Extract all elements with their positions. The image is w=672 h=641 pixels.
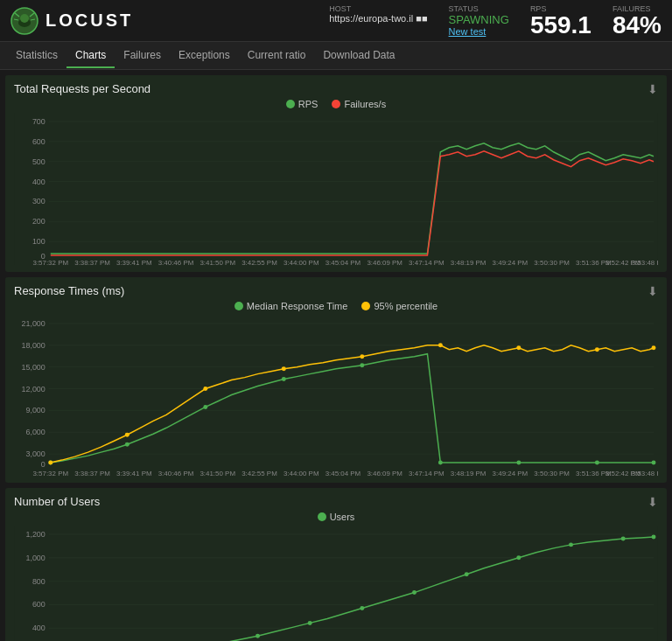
- svg-text:3:38:37 PM: 3:38:37 PM: [74, 470, 110, 476]
- legend-users-dot: [318, 512, 326, 521]
- header-info: HOST https://europa-two.il ■■ STATUS SPA…: [329, 4, 662, 38]
- response-times-legend: Median Response Time 95% percentile: [14, 301, 658, 311]
- svg-point-62: [595, 461, 599, 465]
- svg-point-112: [516, 555, 521, 560]
- svg-text:3:47:14 PM: 3:47:14 PM: [409, 259, 444, 265]
- svg-text:3:57:32 PM: 3:57:32 PM: [32, 259, 68, 265]
- svg-point-115: [652, 534, 656, 539]
- svg-text:3:40:46 PM: 3:40:46 PM: [158, 470, 194, 476]
- svg-text:1,200: 1,200: [25, 530, 45, 539]
- svg-point-72: [652, 345, 656, 350]
- svg-text:200: 200: [32, 217, 46, 226]
- total-requests-chart-area: 700 600 500 400 300 200 100 0 3:57:32 PM…: [14, 113, 658, 265]
- svg-point-67: [282, 366, 286, 371]
- failures-value: 84%: [612, 13, 662, 38]
- svg-point-63: [652, 461, 656, 465]
- total-requests-legend: RPS Failures/s: [14, 99, 658, 109]
- legend-95pct-label: 95% percentile: [374, 301, 438, 311]
- svg-text:100: 100: [32, 237, 46, 246]
- svg-text:500: 500: [32, 157, 46, 166]
- svg-text:3:48:19 PM: 3:48:19 PM: [451, 259, 486, 265]
- svg-text:18,000: 18,000: [21, 341, 45, 350]
- svg-text:600: 600: [32, 601, 46, 610]
- download-users-icon[interactable]: ⬇: [648, 495, 658, 509]
- svg-text:3:53:48 PM: 3:53:48 PM: [632, 259, 658, 265]
- new-test-link[interactable]: New test: [449, 26, 509, 37]
- rps-info: RPS 559.1: [530, 4, 592, 38]
- nav-failures[interactable]: Failures: [115, 44, 170, 68]
- users-chart-panel: ⬇ Number of Users Users 1,200 1,000 800 …: [5, 488, 667, 641]
- host-label: HOST: [329, 4, 427, 13]
- svg-text:3:42:55 PM: 3:42:55 PM: [242, 470, 277, 476]
- svg-text:3:49:24 PM: 3:49:24 PM: [493, 470, 528, 476]
- total-requests-svg: 700 600 500 400 300 200 100 0 3:57:32 PM…: [14, 113, 658, 265]
- svg-text:3:44:00 PM: 3:44:00 PM: [284, 259, 319, 265]
- nav-statistics[interactable]: Statistics: [7, 44, 66, 68]
- svg-text:3:53:48 PM: 3:53:48 PM: [632, 470, 658, 476]
- users-svg: 1,200 1,000 800 600 400 200 0: [14, 526, 658, 641]
- svg-text:3:57:32 PM: 3:57:32 PM: [32, 470, 68, 476]
- svg-point-60: [438, 461, 443, 465]
- logo-area: LOCUST: [10, 7, 329, 35]
- failures-info: FAILURES 84%: [612, 4, 662, 38]
- svg-text:6,000: 6,000: [25, 428, 45, 436]
- response-times-chart-panel: ⬇ Response Times (ms) Median Response Ti…: [5, 277, 667, 483]
- nav-current-ratio[interactable]: Current ratio: [239, 44, 315, 68]
- legend-failures: Failures/s: [332, 99, 386, 109]
- svg-text:3:50:30 PM: 3:50:30 PM: [534, 259, 570, 265]
- svg-text:700: 700: [32, 117, 46, 126]
- legend-median-label: Median Response Time: [247, 301, 348, 311]
- svg-point-61: [516, 461, 521, 465]
- svg-point-109: [360, 606, 364, 610]
- svg-text:600: 600: [32, 137, 46, 146]
- svg-point-56: [125, 442, 130, 447]
- svg-point-66: [203, 387, 207, 391]
- svg-point-70: [516, 345, 521, 350]
- legend-95pct: 95% percentile: [361, 301, 438, 311]
- svg-point-110: [412, 590, 416, 595]
- header: LOCUST HOST https://europa-two.il ■■ STA…: [0, 0, 672, 42]
- svg-text:3:46:09 PM: 3:46:09 PM: [367, 470, 402, 476]
- svg-point-57: [203, 405, 207, 409]
- status-value: SPAWNING: [449, 13, 509, 26]
- svg-text:400: 400: [32, 178, 46, 186]
- svg-text:15,000: 15,000: [21, 363, 45, 372]
- svg-text:9,000: 9,000: [25, 406, 45, 415]
- svg-point-108: [308, 621, 312, 625]
- svg-text:400: 400: [32, 624, 46, 632]
- legend-median: Median Response Time: [234, 301, 348, 311]
- legend-median-dot: [234, 302, 243, 310]
- svg-text:3:42:55 PM: 3:42:55 PM: [242, 259, 277, 265]
- svg-text:12,000: 12,000: [21, 385, 45, 394]
- total-requests-chart-panel: ⬇ Total Requests per Second RPS Failures…: [5, 75, 667, 272]
- svg-rect-89: [14, 526, 658, 641]
- svg-text:3:41:50 PM: 3:41:50 PM: [200, 259, 235, 265]
- download-rt-icon[interactable]: ⬇: [648, 284, 658, 298]
- legend-rps-label: RPS: [298, 99, 318, 109]
- svg-text:3:41:50 PM: 3:41:50 PM: [200, 470, 235, 476]
- navigation: Statistics Charts Failures Exceptions Cu…: [0, 42, 672, 70]
- legend-users-label: Users: [330, 512, 355, 522]
- svg-text:21,000: 21,000: [21, 319, 45, 328]
- svg-point-2: [20, 14, 29, 23]
- svg-point-69: [438, 343, 443, 347]
- svg-text:800: 800: [32, 577, 46, 586]
- svg-text:3:40:46 PM: 3:40:46 PM: [158, 259, 194, 265]
- svg-text:3:46:09 PM: 3:46:09 PM: [367, 259, 402, 265]
- svg-point-59: [360, 363, 364, 367]
- svg-text:3:39:41 PM: 3:39:41 PM: [116, 470, 152, 476]
- locust-logo-icon: [10, 7, 38, 35]
- download-rps-icon[interactable]: ⬇: [648, 82, 658, 96]
- host-value: https://europa-two.il ■■: [329, 13, 427, 24]
- svg-text:3:38:37 PM: 3:38:37 PM: [74, 259, 110, 265]
- legend-rps-dot: [286, 100, 295, 108]
- svg-point-58: [282, 377, 286, 381]
- svg-text:0: 0: [41, 460, 46, 469]
- nav-charts[interactable]: Charts: [66, 44, 115, 68]
- nav-exceptions[interactable]: Exceptions: [170, 44, 239, 68]
- rps-value: 559.1: [530, 13, 592, 38]
- svg-point-68: [360, 354, 364, 359]
- svg-text:3:48:19 PM: 3:48:19 PM: [451, 470, 486, 476]
- svg-point-114: [621, 536, 626, 540]
- nav-download-data[interactable]: Download Data: [314, 44, 403, 68]
